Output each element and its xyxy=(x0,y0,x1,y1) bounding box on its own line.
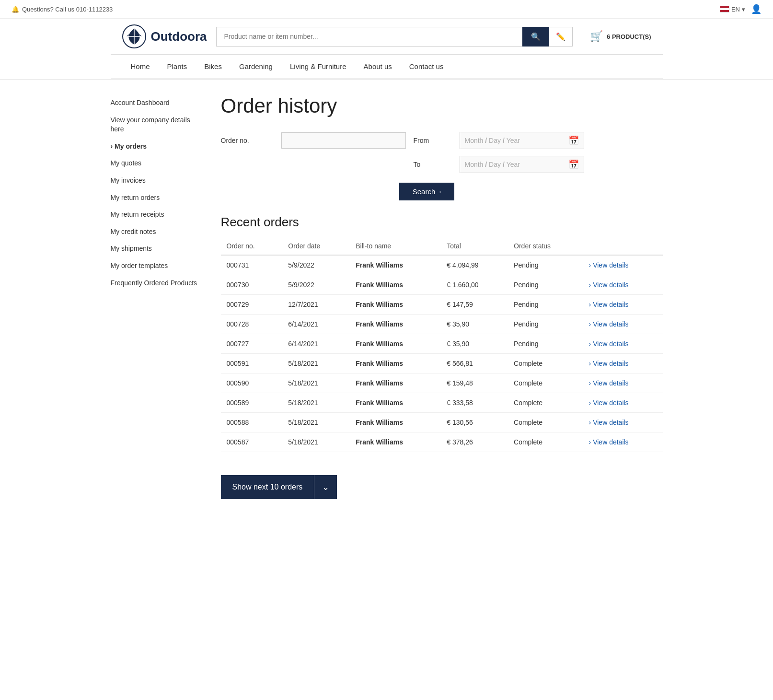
search-input[interactable] xyxy=(216,27,523,47)
page-title: Order history xyxy=(221,94,663,117)
sidebar-item-my-orders[interactable]: My orders xyxy=(111,138,199,155)
cell-order-date: 5/18/2021 xyxy=(282,413,350,432)
logo-area[interactable]: Outdoora xyxy=(122,24,208,48)
cell-total: € 4.094,99 xyxy=(441,255,508,275)
cell-bill-to-name: Frank Williams xyxy=(350,315,441,334)
search-action-label: Search xyxy=(413,187,436,196)
table-row: 000588 5/18/2021 Frank Williams € 130,56… xyxy=(221,413,663,432)
cell-status: Complete xyxy=(508,354,583,373)
cell-view-details[interactable]: View details xyxy=(583,295,663,315)
sidebar-item-account-dashboard[interactable]: Account Dashboard xyxy=(111,94,199,112)
sidebar-item-my-quotes[interactable]: My quotes xyxy=(111,155,199,172)
view-details-link[interactable]: View details xyxy=(589,281,629,289)
view-details-link[interactable]: View details xyxy=(589,379,629,387)
order-no-label: Order no. xyxy=(221,137,274,144)
cell-status: Pending xyxy=(508,255,583,275)
orders-table-header: Order no. Order date Bill-to name Total … xyxy=(221,237,663,255)
cell-total: € 35,90 xyxy=(441,334,508,354)
from-calendar-icon[interactable]: 📅 xyxy=(568,135,579,146)
cell-order-no: 000729 xyxy=(221,295,283,315)
sidebar: Account Dashboard View your company deta… xyxy=(111,80,207,513)
col-order-status: Order status xyxy=(508,237,583,255)
cell-total: € 159,48 xyxy=(441,373,508,393)
to-date-placeholder: Month / Day / Year xyxy=(465,161,565,168)
cell-status: Complete xyxy=(508,373,583,393)
cell-total: € 147,59 xyxy=(441,295,508,315)
nav-contact[interactable]: Contact us xyxy=(401,55,452,78)
cell-total: € 130,56 xyxy=(441,413,508,432)
cell-view-details[interactable]: View details xyxy=(583,373,663,393)
from-date-wrapper[interactable]: Month / Day / Year 📅 xyxy=(460,132,584,149)
view-details-link[interactable]: View details xyxy=(589,399,629,407)
scan-button[interactable]: ✏️ xyxy=(549,27,573,47)
cell-view-details[interactable]: View details xyxy=(583,315,663,334)
cell-order-no: 000588 xyxy=(221,413,283,432)
sidebar-item-my-invoices[interactable]: My invoices xyxy=(111,172,199,189)
nav-plants[interactable]: Plants xyxy=(159,55,196,78)
nav-about[interactable]: About us xyxy=(355,55,401,78)
cell-order-no: 000590 xyxy=(221,373,283,393)
cell-order-date: 5/18/2021 xyxy=(282,354,350,373)
nav-bikes[interactable]: Bikes xyxy=(196,55,231,78)
user-icon[interactable]: 👤 xyxy=(751,4,761,14)
sidebar-item-frequently-ordered[interactable]: Frequently Ordered Products xyxy=(111,275,199,292)
search-area: 🔍 ✏️ xyxy=(216,27,573,47)
table-row: 000589 5/18/2021 Frank Williams € 333,58… xyxy=(221,393,663,413)
language-selector[interactable]: EN ▾ xyxy=(720,6,745,13)
cell-total: € 35,90 xyxy=(441,315,508,334)
search-action-button[interactable]: Search › xyxy=(399,183,455,200)
cell-order-no: 000727 xyxy=(221,334,283,354)
view-details-link[interactable]: View details xyxy=(589,438,629,446)
show-next-label: Show next 10 orders xyxy=(221,476,314,498)
cell-view-details[interactable]: View details xyxy=(583,393,663,413)
sidebar-item-my-order-templates[interactable]: My order templates xyxy=(111,257,199,275)
table-row: 000591 5/18/2021 Frank Williams € 566,81… xyxy=(221,354,663,373)
order-no-input[interactable] xyxy=(281,132,406,149)
orders-table: Order no. Order date Bill-to name Total … xyxy=(221,237,663,452)
cell-order-date: 12/7/2021 xyxy=(282,295,350,315)
nav-bar: Home Plants Bikes Gardening Living & Fur… xyxy=(0,55,773,80)
cell-order-date: 5/9/2022 xyxy=(282,275,350,295)
col-bill-to-name: Bill-to name xyxy=(350,237,441,255)
cell-view-details[interactable]: View details xyxy=(583,354,663,373)
table-row: 000731 5/9/2022 Frank Williams € 4.094,9… xyxy=(221,255,663,275)
cell-total: € 333,58 xyxy=(441,393,508,413)
sidebar-item-my-shipments[interactable]: My shipments xyxy=(111,240,199,257)
cell-view-details[interactable]: View details xyxy=(583,413,663,432)
table-row: 000730 5/9/2022 Frank Williams € 1.660,0… xyxy=(221,275,663,295)
sidebar-item-my-return-receipts[interactable]: My return receipts xyxy=(111,206,199,223)
cell-view-details[interactable]: View details xyxy=(583,334,663,354)
view-details-link[interactable]: View details xyxy=(589,261,629,269)
view-details-link[interactable]: View details xyxy=(589,419,629,426)
nav-living-furniture[interactable]: Living & Furniture xyxy=(281,55,355,78)
cart-area[interactable]: 🛒 6 PRODUCT(S) xyxy=(590,30,651,43)
phone-icon: 🔔 xyxy=(12,6,19,13)
nav: Home Plants Bikes Gardening Living & Fur… xyxy=(111,55,663,79)
sidebar-item-company-details[interactable]: View your company details here xyxy=(111,112,199,138)
show-next-chevron-icon: ⌄ xyxy=(314,475,337,499)
to-calendar-icon[interactable]: 📅 xyxy=(568,159,579,170)
view-details-link[interactable]: View details xyxy=(589,360,629,367)
to-date-wrapper[interactable]: Month / Day / Year 📅 xyxy=(460,156,584,173)
cell-view-details[interactable]: View details xyxy=(583,255,663,275)
cell-status: Pending xyxy=(508,315,583,334)
table-row: 000587 5/18/2021 Frank Williams € 378,26… xyxy=(221,432,663,452)
recent-orders-title: Recent orders xyxy=(221,215,663,230)
top-bar-left: 🔔 Questions? Call us 010-1112233 xyxy=(12,6,113,13)
view-details-link[interactable]: View details xyxy=(589,340,629,348)
cell-bill-to-name: Frank Williams xyxy=(350,373,441,393)
search-chevron-icon: › xyxy=(439,188,441,195)
sidebar-item-my-credit-notes[interactable]: My credit notes xyxy=(111,223,199,241)
view-details-link[interactable]: View details xyxy=(589,301,629,308)
search-button[interactable]: 🔍 xyxy=(522,27,549,47)
nav-gardening[interactable]: Gardening xyxy=(231,55,281,78)
table-row: 000729 12/7/2021 Frank Williams € 147,59… xyxy=(221,295,663,315)
cell-view-details[interactable]: View details xyxy=(583,275,663,295)
cell-bill-to-name: Frank Williams xyxy=(350,432,441,452)
nav-home[interactable]: Home xyxy=(122,55,159,78)
cell-view-details[interactable]: View details xyxy=(583,432,663,452)
view-details-link[interactable]: View details xyxy=(589,320,629,328)
show-next-button[interactable]: Show next 10 orders ⌄ xyxy=(221,475,337,499)
sidebar-item-my-return-orders[interactable]: My return orders xyxy=(111,189,199,207)
lang-arrow: ▾ xyxy=(742,6,745,13)
